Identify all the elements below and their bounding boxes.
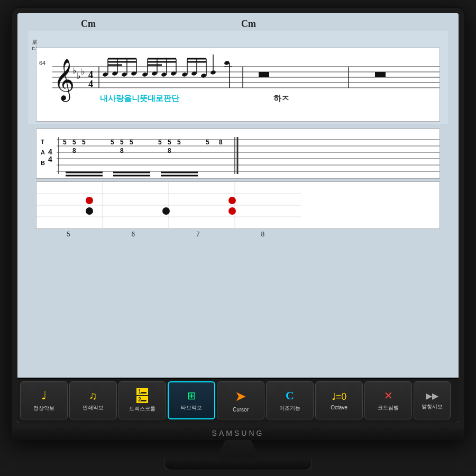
normal-score-label: 정상악보	[33, 405, 54, 412]
octave-icon: ♩=0	[332, 391, 347, 402]
tab-score-button[interactable]: ⊞ 타브악보	[168, 381, 215, 419]
svg-text:5: 5	[158, 139, 162, 146]
cursor-icon: ➤	[235, 388, 246, 405]
piano-roll-section	[36, 181, 440, 229]
monitor-screen: Cm Cm Cm 로디	[17, 13, 459, 423]
monitor-bottom-bar: SAMSUNG	[12, 428, 464, 438]
svg-text:5: 5	[63, 139, 67, 146]
chord-symbol-button[interactable]: ✕ 코드심벌	[364, 381, 412, 419]
measure-num-8: 8	[261, 231, 264, 238]
octave-button[interactable]: ♩=0 Octave	[315, 381, 363, 419]
tab-section: T A B 4 4	[36, 129, 440, 179]
key-function-label: 이조기능	[279, 405, 300, 412]
svg-text:♭: ♭	[72, 66, 77, 75]
svg-text:A: A	[41, 149, 45, 155]
staff-container: 𝄞 ♭ ♭ ♭ 4 4	[36, 48, 440, 122]
svg-text:5: 5	[130, 139, 133, 146]
monitor-base	[164, 459, 312, 470]
chord-symbol-label: 코드심벌	[378, 404, 399, 411]
key-function-icon: C	[286, 389, 294, 402]
svg-text:5: 5	[168, 139, 171, 146]
normal-score-icon: ♩	[41, 389, 47, 402]
tab-svg: T A B 4 4	[36, 129, 440, 179]
svg-text:5: 5	[111, 139, 114, 146]
brand-logo: SAMSUNG	[212, 429, 264, 437]
svg-text:5: 5	[177, 139, 181, 146]
sheet-area: Cm Cm Cm 로디	[17, 13, 459, 378]
svg-point-96	[86, 197, 93, 204]
print-score-label: 인쇄악보	[83, 404, 104, 411]
chord-label-2: Cm	[241, 19, 256, 30]
chord-label-1: Cm	[81, 19, 96, 30]
svg-text:4: 4	[88, 69, 93, 80]
svg-point-99	[86, 207, 93, 215]
text-scroll-label: 트렉스크롤	[129, 405, 155, 413]
normal-score-button[interactable]: ♩ 정상악보	[20, 381, 68, 419]
svg-text:8: 8	[168, 147, 171, 154]
svg-text:4: 4	[48, 155, 52, 163]
svg-text:5: 5	[82, 139, 86, 146]
octave-label: Octave	[331, 405, 347, 410]
svg-text:♭: ♭	[81, 67, 85, 76]
svg-text:8: 8	[120, 147, 124, 154]
text-scroll-icon: 1▬ 2▬	[136, 388, 148, 403]
svg-text:♭: ♭	[77, 71, 81, 80]
next-label: 앞창시보	[422, 403, 443, 410]
cursor-label: Cursor	[233, 407, 249, 413]
svg-text:5: 5	[72, 139, 76, 146]
svg-text:8: 8	[219, 139, 223, 146]
toolbar: ♩ 정상악보 ♫ 인쇄악보 1▬ 2▬ 트렉스크롤	[17, 378, 459, 423]
svg-point-44	[224, 60, 230, 65]
text-scroll-button[interactable]: 1▬ 2▬ 트렉스크롤	[118, 381, 166, 419]
tab-score-icon: ⊞	[187, 389, 196, 402]
svg-point-16	[121, 72, 127, 77]
svg-text:T: T	[41, 139, 44, 145]
monitor-bezel: Cm Cm Cm 로디	[12, 8, 464, 428]
svg-text:내사랑을니뜻대로판단: 내사랑을니뜻대로판단	[100, 94, 180, 103]
svg-point-27	[161, 72, 167, 77]
section-label: 로디	[31, 33, 39, 48]
tab-score-label: 타브악보	[181, 404, 202, 411]
staff-svg: 𝄞 ♭ ♭ ♭ 4 4	[36, 48, 440, 122]
svg-text:64: 64	[39, 60, 45, 66]
svg-point-98	[228, 207, 236, 215]
measure-num-7: 7	[196, 231, 200, 238]
next-button[interactable]: ▶▶ 앞창시보	[414, 381, 451, 419]
svg-text:5: 5	[206, 139, 209, 146]
print-score-icon: ♫	[89, 390, 97, 402]
chord-symbol-icon: ✕	[384, 389, 393, 402]
measure-num-5: 5	[67, 231, 70, 238]
svg-rect-50	[375, 72, 386, 77]
svg-point-12	[102, 72, 108, 77]
svg-text:B: B	[41, 160, 45, 166]
svg-point-97	[228, 197, 236, 204]
measure-numbers-row: 5 6 7 8	[28, 230, 303, 238]
svg-text:하ㅈ: 하ㅈ	[273, 94, 289, 103]
key-function-button[interactable]: C 이조기능	[266, 381, 314, 419]
chord-row: Cm Cm Cm	[28, 19, 448, 30]
print-score-button[interactable]: ♫ 인쇄악보	[69, 381, 117, 419]
next-icon: ▶▶	[426, 391, 438, 401]
svg-rect-48	[259, 72, 269, 77]
svg-point-100	[162, 207, 170, 215]
svg-point-34	[181, 72, 187, 77]
monitor: Cm Cm Cm 로디	[11, 6, 465, 440]
staff-section: 로디 𝄞	[28, 31, 448, 124]
cursor-button[interactable]: ➤ Cursor	[217, 381, 264, 419]
piano-roll-svg	[36, 182, 440, 230]
svg-point-23	[142, 72, 148, 77]
svg-text:𝄞: 𝄞	[53, 59, 75, 102]
svg-text:5: 5	[120, 139, 124, 146]
svg-text:4: 4	[88, 79, 93, 89]
monitor-neck	[217, 440, 259, 459]
measure-num-6: 6	[131, 231, 135, 238]
svg-text:8: 8	[72, 147, 76, 154]
